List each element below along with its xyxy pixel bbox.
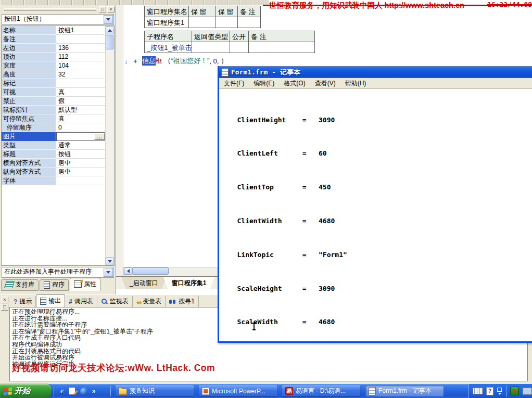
property-value[interactable]: 真	[56, 114, 106, 123]
property-value[interactable]: 104	[56, 61, 106, 70]
property-value[interactable]: 0	[56, 123, 106, 132]
output-panel-tab[interactable]: 搜寻1	[166, 296, 199, 307]
ime-help-icon[interactable]	[486, 387, 493, 395]
property-value[interactable]: 居中	[56, 159, 106, 168]
property-row[interactable]: 名称 按钮1	[2, 26, 106, 35]
property-grid-scrollbar[interactable]	[105, 26, 114, 265]
property-row[interactable]: 顶边 112	[2, 53, 106, 61]
property-value[interactable]: 真	[56, 88, 106, 97]
panel-tab[interactable]: 程序	[40, 279, 69, 291]
table-cell[interactable]	[237, 17, 261, 28]
panel-tab[interactable]: 支持库	[1, 279, 39, 291]
table-cell[interactable]: 窗口程序集1	[144, 17, 189, 28]
property-row[interactable]: 禁止 假	[2, 97, 106, 106]
picture-browse-button[interactable]: …	[94, 133, 105, 140]
scrollbar-thumb[interactable]	[132, 267, 169, 275]
event-handler-dropdown[interactable]: 在此处选择加入事件处理子程序	[2, 267, 114, 278]
keyboard-icon[interactable]	[473, 388, 483, 394]
output-panel-tab[interactable]: 监视表	[97, 296, 133, 307]
menu-item[interactable]: 格式(O)	[279, 78, 310, 89]
property-value[interactable]	[56, 176, 106, 185]
property-value[interactable]: 默认型	[56, 106, 106, 114]
property-value[interactable]: 假	[56, 97, 106, 106]
horizontal-scrollbar[interactable]	[123, 267, 219, 276]
panel-maximize-button[interactable]: □	[99, 6, 106, 12]
notepad-titlebar[interactable]: Form1.frm - 记事本	[219, 66, 532, 78]
taskbar-button[interactable]: 预备知识	[116, 386, 194, 396]
quick-launch-overflow-chevron[interactable]: »	[92, 388, 96, 395]
property-row[interactable]: 备注	[2, 35, 106, 44]
panel-tab[interactable]: 属性	[70, 278, 100, 291]
property-value[interactable]	[56, 79, 106, 88]
taskbar-button[interactable]: Microsoft PowerP...	[199, 386, 277, 396]
table-row[interactable]: _按钮1_被单击	[145, 42, 315, 53]
table-cell[interactable]: _按钮1_被单击	[144, 42, 192, 53]
property-row[interactable]: 宽度 104	[2, 61, 106, 70]
menu-item[interactable]: 文件(F)	[219, 78, 249, 89]
table-cell[interactable]	[230, 42, 249, 53]
code-line[interactable]: ↓ + 信息 框 （ “祖国您好！” , 0 , ）	[124, 56, 227, 66]
property-value[interactable]: 136	[56, 44, 106, 53]
property-row[interactable]: 标题 按钮	[2, 150, 106, 159]
property-row[interactable]: 标记	[2, 79, 106, 88]
panel-close-button[interactable]: ×	[107, 6, 115, 12]
property-value[interactable]: 居中	[56, 168, 106, 176]
panel-grip[interactable]	[4, 8, 96, 11]
property-value[interactable]	[56, 35, 106, 44]
property-row[interactable]: 高度 32	[2, 70, 106, 79]
property-row[interactable]: 左边 136	[2, 44, 106, 53]
table-cell[interactable]	[188, 17, 216, 28]
language-bar-restore-icon[interactable]	[497, 388, 502, 395]
property-value[interactable]: 32	[56, 70, 106, 79]
editor-tab[interactable]: _启动窗口	[121, 277, 167, 289]
property-row[interactable]: 鼠标指针 默认型	[2, 106, 106, 114]
table-cell[interactable]	[216, 17, 238, 28]
taskbar-button[interactable]: Form1.frm - 记事本	[365, 386, 444, 396]
property-row[interactable]: 类型 通常	[2, 141, 106, 150]
edit-document-icon[interactable]	[69, 387, 75, 395]
panel-close-button[interactable]: ×	[1, 297, 8, 303]
property-row[interactable]: 纵向对齐方式 居中	[2, 168, 106, 176]
property-value[interactable]: 112	[56, 53, 106, 61]
internet-explorer-icon[interactable]: e	[60, 387, 64, 395]
table-header-row: 子程序名返回值类型公开备 注	[145, 31, 315, 42]
scroll-left-button[interactable]	[124, 267, 132, 275]
notepad-text-area[interactable]: ClientHeight = 3090 ClientLeft = 60 Clie…	[221, 89, 532, 340]
property-row[interactable]: 字体	[2, 176, 106, 185]
dropdown-button[interactable]	[104, 268, 113, 277]
panel-restore-button[interactable]: □	[1, 304, 8, 311]
property-row[interactable]: 可视 真	[2, 88, 106, 97]
quick-launch-handle[interactable]	[54, 386, 56, 396]
object-selector-dropdown[interactable]: 按钮1（按钮）	[2, 14, 114, 25]
table-row[interactable]: 窗口程序集1	[145, 17, 261, 28]
scroll-up-button[interactable]	[106, 26, 113, 34]
screen-recorder-icon[interactable]	[510, 387, 519, 395]
menu-item[interactable]: 查看(V)	[310, 78, 340, 89]
editor-tab[interactable]: 窗口程序集1	[163, 277, 215, 289]
taskbar-button[interactable]: 易语言 - D:\易语...	[282, 386, 360, 396]
browser-globe-icon[interactable]	[80, 388, 87, 395]
property-row[interactable]: 横向对齐方式 居中	[2, 159, 106, 168]
menu-item[interactable]: 帮助(H)	[340, 78, 371, 89]
property-row[interactable]: 停留顺序 0	[2, 123, 106, 132]
start-button[interactable]: 开始	[0, 384, 52, 398]
output-panel-tab[interactable]: 提示	[10, 296, 36, 307]
taskbar-handle[interactable]	[110, 386, 112, 396]
property-value[interactable]: 通常	[56, 141, 106, 150]
menu-item[interactable]: 编辑(E)	[249, 78, 279, 89]
property-row[interactable]: 图片 …	[2, 132, 106, 141]
property-value[interactable]: …	[56, 132, 106, 141]
display-icon[interactable]	[522, 387, 532, 395]
table-cell[interactable]	[248, 42, 315, 53]
property-value[interactable]: 按钮	[56, 150, 106, 159]
output-panel-tab[interactable]: 输出	[36, 294, 65, 307]
property-row[interactable]: 可停留焦点 真	[2, 114, 106, 123]
scroll-down-button[interactable]	[106, 257, 113, 265]
property-value[interactable]: 按钮1	[56, 26, 106, 35]
output-panel-tab[interactable]: 调用表	[65, 296, 97, 307]
dropdown-button[interactable]	[104, 15, 113, 24]
property-label: 横向对齐方式	[2, 159, 56, 168]
output-panel-tab[interactable]: 变量表	[133, 296, 166, 307]
scrollbar-thumb[interactable]	[106, 35, 113, 49]
table-cell[interactable]	[192, 42, 230, 53]
